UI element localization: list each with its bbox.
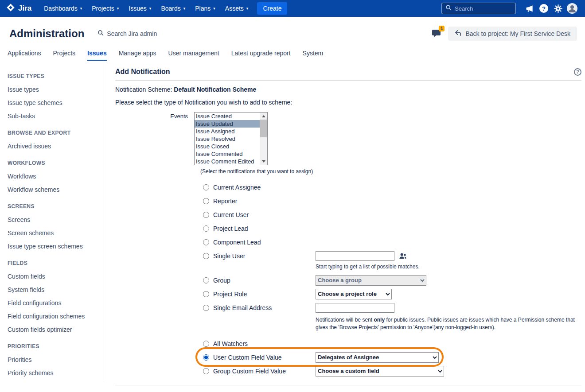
events-hint: (Select the notifications that you want … xyxy=(200,168,581,175)
tab-projects[interactable]: Projects xyxy=(53,50,76,61)
user-custom-field-select[interactable]: Delegates of Assignee xyxy=(316,352,439,363)
sidebar-section-browse-export: BROWSE AND EXPORT xyxy=(8,130,99,136)
sidebar-item-system-fields[interactable]: System fields xyxy=(8,283,99,296)
feedback-button[interactable]: 1 xyxy=(431,28,444,39)
chevron-down-icon: ▾ xyxy=(117,6,119,11)
radio-reporter[interactable] xyxy=(203,198,209,204)
event-option[interactable]: Issue Comment Edited xyxy=(195,158,260,165)
radio-project-role[interactable] xyxy=(203,291,209,297)
radio-current-assignee[interactable] xyxy=(203,184,209,190)
sidebar-section-fields: FIELDS xyxy=(8,260,99,266)
sidebar-item-issue-type-screen-schemes[interactable]: Issue type screen schemes xyxy=(8,240,99,253)
sidebar-item-screen-schemes[interactable]: Screen schemes xyxy=(8,226,99,240)
section-title: Add Notification xyxy=(115,68,170,76)
sidebar-item-archived-issues[interactable]: Archived issues xyxy=(8,140,99,153)
admin-header: Administration 1 Back to project: My Fir… xyxy=(0,17,585,41)
radio-group[interactable] xyxy=(203,277,209,283)
sidebar-item-field-configurations[interactable]: Field configurations xyxy=(8,296,99,310)
back-arrow-icon xyxy=(455,30,461,37)
nav-boards[interactable]: Boards ▾ xyxy=(156,1,190,16)
radio-component-lead[interactable] xyxy=(203,239,209,245)
option-single-user: Single User xyxy=(203,249,581,263)
global-search[interactable] xyxy=(441,3,516,14)
scheme-line: Notification Scheme: Default Notificatio… xyxy=(115,86,581,93)
event-option[interactable]: Issue Commented xyxy=(195,150,260,158)
tab-applications[interactable]: Applications xyxy=(8,50,41,61)
event-option[interactable]: Issue Closed xyxy=(195,143,260,150)
settings-button[interactable] xyxy=(551,2,565,15)
back-to-project-button[interactable]: Back to project: My First Service Desk xyxy=(448,27,577,41)
sidebar-section-workflows: WORKFLOWS xyxy=(8,160,99,166)
radio-project-lead[interactable] xyxy=(203,225,209,232)
radio-user-custom-field-value[interactable] xyxy=(203,354,209,361)
listbox-scrollbar[interactable] xyxy=(260,113,267,165)
create-button[interactable]: Create xyxy=(257,2,287,15)
sidebar-item-field-configuration-schemes[interactable]: Field configuration schemes xyxy=(8,310,99,323)
admin-sidebar: ISSUE TYPES Issue types Issue type schem… xyxy=(0,61,103,382)
nav-plans[interactable]: Plans ▾ xyxy=(191,1,220,16)
tab-user-management[interactable]: User management xyxy=(168,50,219,61)
scrollbar-thumb[interactable] xyxy=(260,120,267,137)
jira-logo-icon xyxy=(6,3,15,14)
project-role-select[interactable]: Choose a project role xyxy=(316,289,392,299)
event-option-selected[interactable]: Issue Updated xyxy=(195,120,260,128)
tab-latest-upgrade-report[interactable]: Latest upgrade report xyxy=(231,50,291,61)
sidebar-item-workflows[interactable]: Workflows xyxy=(8,170,99,183)
help-icon: ? xyxy=(539,4,548,13)
nav-dashboards[interactable]: Dashboards ▾ xyxy=(39,1,86,16)
radio-single-user[interactable] xyxy=(203,253,209,259)
help-icon[interactable]: ? xyxy=(574,68,581,76)
single-email-input[interactable] xyxy=(316,303,394,313)
sidebar-item-issue-type-schemes[interactable]: Issue type schemes xyxy=(8,96,99,109)
single-user-input[interactable] xyxy=(316,251,394,261)
option-label: Single Email Address xyxy=(213,304,272,311)
radio-all-watchers[interactable] xyxy=(203,341,209,347)
sidebar-item-workflow-schemes[interactable]: Workflow schemes xyxy=(8,183,99,196)
nav-issues[interactable]: Issues ▾ xyxy=(124,1,156,16)
events-listbox[interactable]: Issue Created Issue Updated Issue Assign… xyxy=(194,112,268,165)
tab-system[interactable]: System xyxy=(303,50,324,61)
sidebar-item-screens[interactable]: Screens xyxy=(8,213,99,226)
group-custom-field-select[interactable]: Choose a custom field xyxy=(316,366,444,376)
admin-search-input[interactable] xyxy=(107,30,178,37)
event-option[interactable]: Issue Created xyxy=(195,113,260,120)
radio-single-email[interactable] xyxy=(203,305,209,311)
email-hint-bold: only xyxy=(374,317,385,323)
option-group: Group Choose a group xyxy=(203,273,581,287)
user-avatar[interactable] xyxy=(566,2,579,15)
form-footer: Add Cancel xyxy=(115,385,581,392)
nav-assets[interactable]: Assets ▾ xyxy=(221,1,253,16)
scroll-up-icon[interactable] xyxy=(260,113,267,120)
scroll-down-icon[interactable] xyxy=(260,158,267,165)
user-picker-icon[interactable] xyxy=(398,252,407,260)
jira-logo[interactable]: Jira xyxy=(6,3,31,14)
option-label: Current User xyxy=(213,211,249,218)
scheme-name: Default Notification Scheme xyxy=(174,86,256,93)
nav-boards-label: Boards xyxy=(161,5,180,12)
nav-projects-label: Projects xyxy=(92,5,114,12)
tab-issues[interactable]: Issues xyxy=(87,50,107,61)
event-option[interactable]: Issue Resolved xyxy=(195,135,260,143)
tab-manage-apps[interactable]: Manage apps xyxy=(119,50,156,61)
event-option[interactable]: Issue Assigned xyxy=(195,128,260,135)
radio-current-user[interactable] xyxy=(203,212,209,218)
option-component-lead: Component Lead xyxy=(203,235,581,249)
sidebar-item-priorities[interactable]: Priorities xyxy=(8,353,99,366)
admin-search[interactable] xyxy=(98,30,178,38)
sidebar-item-custom-fields[interactable]: Custom fields xyxy=(8,270,99,283)
sidebar-item-custom-fields-optimizer[interactable]: Custom fields optimizer xyxy=(8,323,99,336)
chevron-down-icon: ▾ xyxy=(80,6,82,11)
nav-projects[interactable]: Projects ▾ xyxy=(87,1,123,16)
option-label: User Custom Field Value xyxy=(213,354,282,361)
global-search-input[interactable] xyxy=(455,5,512,12)
help-button[interactable]: ? xyxy=(537,2,550,15)
option-current-assignee: Current Assignee xyxy=(203,180,581,194)
sidebar-item-priority-schemes[interactable]: Priority schemes xyxy=(8,366,99,380)
sidebar-item-sub-tasks[interactable]: Sub-tasks xyxy=(8,109,99,123)
sidebar-item-issue-types[interactable]: Issue types xyxy=(8,83,99,96)
radio-group-custom-field-value[interactable] xyxy=(203,368,209,374)
option-label: Current Assignee xyxy=(213,184,261,191)
group-select[interactable]: Choose a group xyxy=(316,275,426,286)
announcements-button[interactable] xyxy=(523,2,536,15)
scheme-label: Notification Scheme: xyxy=(115,86,172,93)
